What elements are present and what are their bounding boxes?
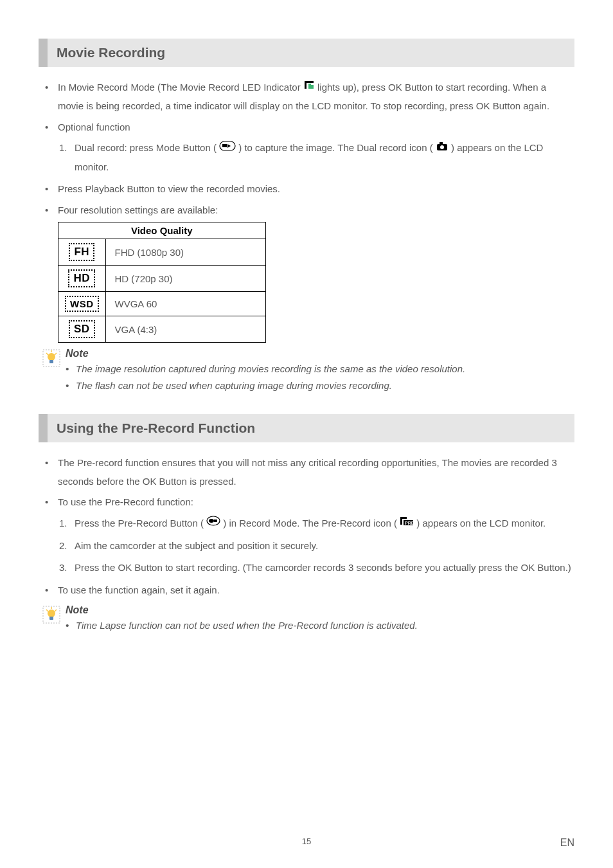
quality-label: FHD (1080p 30) xyxy=(105,239,265,266)
svg-point-9 xyxy=(440,145,444,149)
svg-line-13 xyxy=(46,353,48,355)
note-title: Note xyxy=(66,604,574,616)
movie-b3: Press Playback Button to view the record… xyxy=(55,180,574,199)
pre-b1: The Pre-record function ensures that you… xyxy=(55,454,574,491)
quality-badge: SD xyxy=(69,320,95,338)
quality-badge: FH xyxy=(69,243,94,261)
movie-b1: In Movie Record Mode (The Movie Record L… xyxy=(55,78,574,116)
svg-rect-3 xyxy=(308,84,311,86)
prerecord-bullets: The Pre-record function ensures that you… xyxy=(39,454,574,599)
pre-b2-1: Press the Pre-Record Button ( ) in Recor… xyxy=(72,514,574,533)
prerecord-button-icon xyxy=(206,514,220,532)
note-item: Time Lapse function can not be used when… xyxy=(72,617,574,634)
pre-b2-3: Press the OK Button to start recording. … xyxy=(72,559,574,577)
pre-b2-2: Aim the camcorder at the subject and pos… xyxy=(72,537,574,556)
svg-rect-5 xyxy=(222,144,227,147)
page-number: 15 xyxy=(0,836,613,846)
svg-point-11 xyxy=(48,353,55,361)
lightbulb-note-icon xyxy=(42,349,60,370)
section-title-movie: Movie Recording xyxy=(39,39,574,67)
note-item: The flash can not be used when capturing… xyxy=(72,377,574,394)
lightbulb-note-icon xyxy=(42,606,60,626)
quality-label: VGA (4:3) xyxy=(105,316,265,343)
svg-text:PRE: PRE xyxy=(405,521,414,525)
svg-rect-18 xyxy=(214,520,217,522)
quality-badge: HD xyxy=(68,269,95,287)
mode-button-icon xyxy=(219,139,236,158)
svg-rect-12 xyxy=(49,360,53,363)
quality-label: HD (720p 30) xyxy=(105,266,265,292)
table-row: FH FHD (1080p 30) xyxy=(58,239,266,266)
quality-badge: WSD xyxy=(65,296,99,312)
svg-line-26 xyxy=(46,610,48,611)
svg-line-14 xyxy=(55,353,57,355)
svg-line-27 xyxy=(55,610,57,611)
svg-rect-8 xyxy=(440,142,443,145)
svg-point-24 xyxy=(48,610,55,617)
page-container: Movie Recording In Movie Record Mode (Th… xyxy=(0,0,613,868)
note-item: The image resolution captured during mov… xyxy=(72,361,574,377)
pre-b2: To use the Pre-Record function: Press th… xyxy=(55,493,574,577)
dual-record-icon xyxy=(436,139,449,158)
svg-marker-6 xyxy=(227,144,231,148)
svg-rect-1 xyxy=(305,81,314,83)
movie-b4: Four resolution settings are available: xyxy=(55,201,574,220)
svg-rect-25 xyxy=(49,617,53,620)
svg-rect-20 xyxy=(400,517,407,519)
pre-b3: To use the function again, set it again. xyxy=(55,581,574,600)
prerecord-indicator-icon: PRE xyxy=(400,514,414,532)
movie-b2-1: Dual record: press Mode Button ( ) to ca… xyxy=(72,139,574,176)
note-title: Note xyxy=(66,348,574,359)
note-block: Note The image resolution captured durin… xyxy=(42,348,574,393)
vq-header: Video Quality xyxy=(58,222,266,239)
movie-b2: Optional function Dual record: press Mod… xyxy=(55,118,574,176)
note-block: Note Time Lapse function can not be used… xyxy=(42,604,574,634)
movie-indicator-icon xyxy=(303,78,315,97)
language-label: EN xyxy=(560,837,574,849)
movie-bullets: In Movie Record Mode (The Movie Record L… xyxy=(39,78,574,219)
section-title-prerecord: Using the Pre-Record Function xyxy=(39,414,574,442)
video-quality-table: Video Quality FH FHD (1080p 30) HD HD (7… xyxy=(58,222,266,343)
svg-point-17 xyxy=(209,519,214,523)
table-row: WSD WVGA 60 xyxy=(58,292,266,316)
quality-label: WVGA 60 xyxy=(105,292,265,316)
table-row: SD VGA (4:3) xyxy=(58,316,266,343)
table-row: HD HD (720p 30) xyxy=(58,266,266,292)
